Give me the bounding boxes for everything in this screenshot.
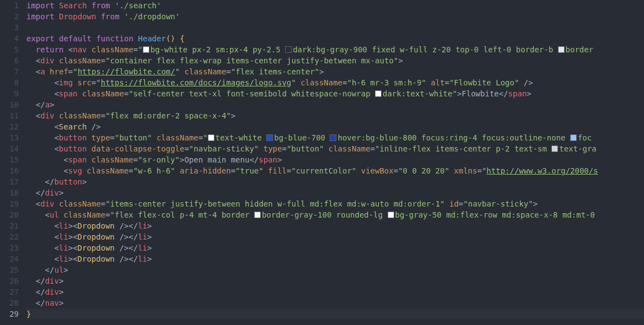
code-line[interactable]: <span className="self-center text-xl fon…: [26, 88, 644, 99]
code-line[interactable]: </ul>: [26, 264, 644, 275]
code-line[interactable]: <li><Dropdown /></li>: [26, 231, 644, 242]
token: </: [36, 100, 45, 109]
token: li: [138, 232, 147, 241]
color-swatch-icon: [551, 145, 558, 152]
code-line[interactable]: </div>: [26, 187, 644, 198]
token: div: [45, 288, 59, 296]
line-number: 3: [0, 22, 19, 33]
code-line[interactable]: <ul className="flex flex-col p-4 mt-4 bo…: [26, 209, 644, 220]
code-line[interactable]: </div>: [26, 275, 644, 286]
token: =: [226, 67, 230, 76]
token: "inline-flex items-center p-2 text-sm: [375, 144, 551, 153]
token: xmlns: [454, 166, 477, 175]
token: dark:bg-gray-900 fixed w-full z-20 top-0…: [293, 45, 557, 54]
token: className: [157, 133, 198, 142]
token: src: [78, 78, 92, 87]
token: className: [59, 56, 101, 65]
code-line[interactable]: <Search />: [26, 121, 644, 132]
color-swatch-icon: [558, 46, 565, 53]
token: export default: [26, 34, 96, 43]
token: "navbar-sticky": [463, 199, 533, 208]
token: aria-hidden: [180, 166, 231, 175]
token: Dropdown: [78, 232, 120, 241]
token: Dropdown: [59, 12, 101, 21]
token: =: [477, 166, 481, 175]
line-number-gutter: 1234567891011121314151617181920212223242…: [0, 0, 26, 325]
code-line[interactable]: <li><Dropdown /></li>: [26, 242, 644, 253]
code-editor[interactable]: 1234567891011121314151617181920212223242…: [0, 0, 644, 325]
code-line[interactable]: }: [26, 308, 644, 319]
token: "flex items-center": [231, 67, 319, 76]
code-line[interactable]: <a href="https://flowbite.com/" classNam…: [26, 66, 644, 77]
code-line[interactable]: <img src="https://flowbite.com/docs/imag…: [26, 77, 644, 88]
token: type: [264, 144, 282, 153]
code-line[interactable]: [26, 22, 644, 33]
code-line[interactable]: import Dropdown from './dropdown': [26, 11, 644, 22]
token: "sr-only": [138, 155, 180, 164]
token: [296, 78, 300, 87]
code-line[interactable]: <div className="flex md:order-2 space-x-…: [26, 110, 644, 121]
line-number: 15: [0, 154, 19, 165]
token: <: [54, 232, 58, 241]
token: div: [45, 277, 59, 285]
token: className: [63, 210, 105, 219]
code-line[interactable]: <button data-collapse-toggle="navbar-sti…: [26, 143, 644, 154]
token: <: [73, 232, 77, 241]
token: >: [82, 177, 87, 186]
token: Open main menu: [184, 155, 249, 164]
token: foc: [578, 133, 592, 142]
token: <: [73, 254, 77, 263]
token: =: [68, 67, 73, 76]
token: span: [259, 155, 277, 164]
token: "button": [115, 133, 152, 142]
code-line[interactable]: </nav>: [26, 297, 644, 308]
code-area[interactable]: import Search from './search'import Drop…: [26, 0, 644, 325]
token: >: [59, 188, 63, 197]
code-line[interactable]: <svg className="w-6 h-6" aria-hidden="tr…: [26, 165, 644, 176]
code-line[interactable]: </div>: [26, 286, 644, 297]
code-line[interactable]: <div className="items-center justify-bet…: [26, 198, 644, 209]
code-line[interactable]: <button type="button" className="text-wh…: [26, 132, 644, 143]
token: span: [68, 155, 92, 164]
token: ul: [50, 210, 63, 219]
token: >: [527, 89, 531, 98]
token: <: [54, 144, 58, 153]
token: nav: [73, 45, 92, 54]
code-line[interactable]: <span className="sr-only">Open main menu…: [26, 154, 644, 165]
token: div: [45, 188, 59, 197]
line-number: 24: [0, 253, 19, 264]
token: >: [68, 221, 73, 230]
code-line[interactable]: </a>: [26, 99, 644, 110]
token: alt: [431, 78, 444, 87]
color-swatch-icon: [254, 212, 261, 218]
token: >: [59, 299, 63, 307]
token: >: [319, 67, 324, 76]
token: </: [36, 277, 45, 285]
token: >: [147, 232, 152, 241]
token: Flowbite: [461, 89, 498, 98]
code-line[interactable]: <div className="container flex flex-wrap…: [26, 55, 644, 66]
token: "currentColor": [291, 166, 356, 175]
code-line[interactable]: import Search from './search': [26, 0, 644, 11]
token: "items-center justify-between hidden w-f…: [105, 199, 444, 208]
code-line[interactable]: export default function Header() {: [26, 33, 644, 44]
line-number: 7: [0, 66, 19, 77]
token: [324, 144, 328, 153]
token: >: [398, 56, 402, 65]
token: ": [138, 45, 142, 54]
line-number: 27: [0, 286, 19, 297]
token: =: [445, 78, 449, 87]
token: return: [36, 45, 68, 54]
token: a: [40, 67, 50, 76]
token: bg-blue-700: [274, 133, 330, 142]
code-line[interactable]: </button>: [26, 176, 644, 187]
token: Search: [59, 122, 92, 131]
token: ": [175, 67, 180, 76]
code-line[interactable]: <li><Dropdown /></li>: [26, 220, 644, 231]
token: button: [54, 177, 82, 186]
code-line[interactable]: <li><Dropdown /></li>: [26, 253, 644, 264]
code-line[interactable]: return <nav className="bg-white px-2 sm:…: [26, 44, 644, 55]
token: "self-center text-xl font-semibold white…: [128, 89, 375, 98]
line-number: 2: [0, 11, 19, 22]
token: "flex flex-col p-4 mt-4 border: [110, 210, 254, 219]
